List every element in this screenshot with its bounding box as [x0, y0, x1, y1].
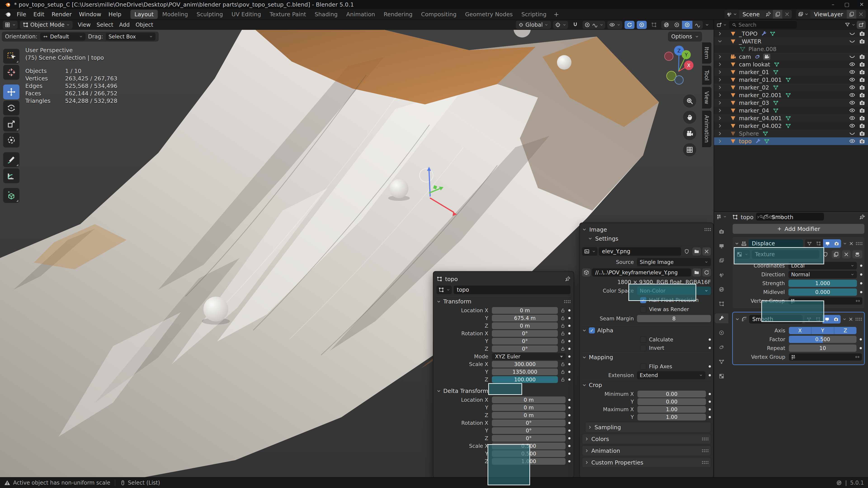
outliner-row[interactable]: topo	[714, 137, 868, 145]
delta-transform-row[interactable]: Y 0°	[436, 427, 570, 434]
copy-texture-button[interactable]	[832, 250, 840, 258]
tab-render[interactable]	[716, 241, 727, 251]
tab-modifiers[interactable]	[715, 313, 728, 323]
close-button[interactable]: ✕	[860, 1, 864, 8]
eye-open-icon[interactable]	[849, 107, 855, 113]
render-visibility-icon[interactable]	[859, 92, 865, 98]
expand-icon[interactable]	[717, 131, 723, 136]
expand-icon[interactable]	[717, 85, 723, 90]
object-name[interactable]: marker_03	[739, 100, 769, 106]
tab-object[interactable]	[716, 299, 727, 309]
delta-transform-section-header[interactable]: Delta Transform	[436, 386, 570, 396]
texture-name-field[interactable]: Texture	[752, 250, 819, 259]
lock-icon[interactable]	[560, 377, 565, 382]
delta-transform-row[interactable]: Location X 0 m	[436, 396, 570, 403]
object-name[interactable]: marker_02	[739, 84, 769, 91]
transform-row[interactable]: Y 0°	[436, 337, 570, 345]
show-on-cage-toggle[interactable]	[805, 239, 814, 248]
animate-dot[interactable]	[860, 291, 862, 293]
animate-dot[interactable]	[568, 453, 570, 455]
pin-icon[interactable]	[565, 276, 570, 282]
delete-view-layer-button[interactable]	[856, 10, 866, 19]
outliner-row[interactable]: Plane.008	[714, 45, 868, 53]
delete-modifier-button[interactable]	[848, 316, 853, 322]
tool-transform[interactable]	[3, 133, 20, 148]
maximize-button[interactable]: ▢	[844, 1, 849, 8]
lock-icon[interactable]	[560, 361, 565, 367]
breadcrumb-object[interactable]: topo	[741, 214, 753, 221]
show-in-render-toggle[interactable]	[832, 239, 841, 248]
minimize-button[interactable]: –	[832, 1, 834, 8]
render-visibility-icon[interactable]	[859, 123, 865, 129]
show-in-viewport-toggle[interactable]	[823, 315, 832, 324]
chevron-down-icon[interactable]	[735, 316, 740, 322]
value-field[interactable]: 0 m	[492, 322, 558, 329]
lock-icon[interactable]	[560, 315, 565, 321]
animate-dot[interactable]	[568, 363, 570, 365]
animate-dot[interactable]	[709, 347, 711, 349]
alpha-section-header[interactable]: Alpha	[582, 325, 711, 335]
transform-row[interactable]: Y 1350.000	[436, 368, 570, 376]
crop-row[interactable]: Minimum X 0.00	[582, 390, 711, 398]
menu-item[interactable]: File	[13, 11, 30, 18]
animate-dot[interactable]	[568, 309, 570, 312]
animate-dot[interactable]	[709, 374, 711, 377]
eye-open-icon[interactable]	[849, 84, 855, 91]
animate-dot[interactable]	[568, 414, 570, 416]
animate-dot[interactable]	[709, 365, 711, 367]
custom-properties-section-header[interactable]: Custom Properties	[585, 457, 708, 467]
animate-dot[interactable]	[860, 265, 862, 267]
viewport-menu-item[interactable]: Add	[116, 22, 132, 28]
delete-scene-button[interactable]	[782, 10, 792, 19]
lock-icon[interactable]	[560, 369, 565, 375]
snap-toggle[interactable]	[570, 21, 580, 29]
animation-section-header[interactable]: Animation	[585, 446, 708, 456]
workspace-tab[interactable]: Scripting	[517, 10, 550, 19]
animate-dot[interactable]	[568, 379, 570, 381]
chevron-down-icon[interactable]	[705, 22, 709, 28]
transform-orientation-selector[interactable]: Global	[516, 21, 551, 29]
visibility-dropdown[interactable]	[608, 21, 622, 29]
modifier-name-field[interactable]: Displace	[749, 239, 803, 248]
animate-dot[interactable]	[568, 406, 570, 409]
expand-icon[interactable]	[717, 62, 723, 67]
direction-dropdown[interactable]: Normal	[788, 271, 857, 278]
value-field[interactable]: 0 m	[492, 396, 565, 403]
object-name[interactable]: Sphere	[739, 130, 759, 137]
coordinates-dropdown[interactable]: Local	[788, 262, 857, 269]
invert-checkbox[interactable]	[640, 345, 646, 351]
expand-icon[interactable]	[717, 108, 723, 113]
transform-row[interactable]: Z 0 m	[436, 322, 570, 329]
menu-item[interactable]: Help	[105, 11, 125, 18]
expand-icon[interactable]	[717, 92, 723, 98]
strength-field[interactable]: 1.000	[788, 280, 857, 287]
outliner-row[interactable]: cam	[714, 53, 868, 61]
pin-scene-button[interactable]	[763, 10, 773, 19]
reload-image-button[interactable]	[702, 268, 711, 276]
workspace-tab[interactable]: Shading	[311, 10, 342, 19]
animate-dot[interactable]	[568, 445, 570, 447]
animate-dot[interactable]	[568, 460, 570, 462]
transform-row[interactable]: Rotation X 0°	[436, 330, 570, 337]
animate-dot[interactable]	[568, 317, 570, 319]
value-field[interactable]: 300.000	[492, 361, 558, 367]
workspace-tab[interactable]: Rendering	[379, 10, 416, 19]
animate-dot[interactable]	[568, 340, 570, 342]
value-field[interactable]: 0.00	[638, 398, 706, 405]
colors-section-header[interactable]: Colors	[585, 434, 708, 444]
workspace-tab[interactable]: Modeling	[158, 10, 192, 19]
eye-open-icon[interactable]	[849, 69, 855, 75]
expand-icon[interactable]	[717, 31, 723, 36]
outliner-row[interactable]: cam lookat	[714, 61, 868, 68]
shading-wireframe-button[interactable]	[661, 21, 672, 29]
render-visibility-icon[interactable]	[859, 107, 865, 113]
lock-icon[interactable]	[560, 346, 565, 352]
value-field[interactable]: 0.500	[492, 450, 565, 457]
eye-open-icon[interactable]	[849, 100, 855, 106]
tool-add-cube[interactable]	[3, 188, 20, 203]
crop-row[interactable]: Y 0.00	[582, 398, 711, 405]
new-scene-button[interactable]	[773, 10, 782, 19]
animate-dot[interactable]	[709, 338, 711, 341]
menu-item[interactable]: Window	[75, 11, 105, 18]
object-name[interactable]: _TOPO	[739, 31, 757, 37]
